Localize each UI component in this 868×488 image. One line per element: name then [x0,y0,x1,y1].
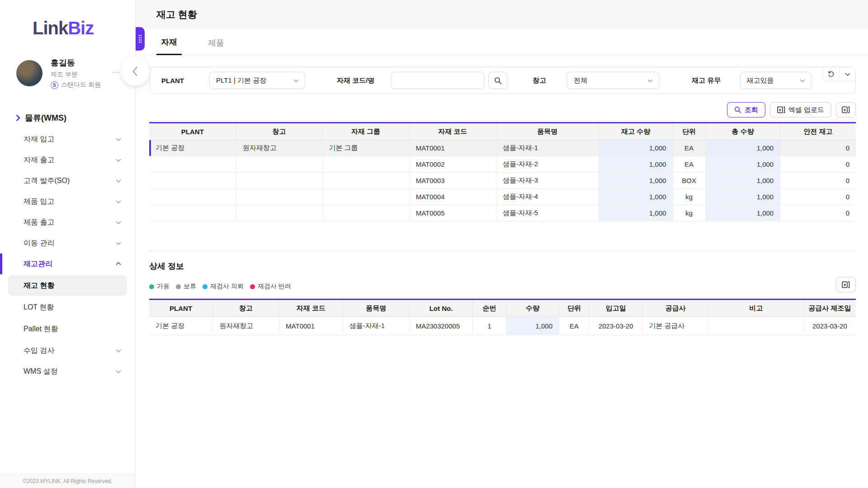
sidebar-item-material-out[interactable]: 자재 출고 [0,150,135,170]
tab-bar: 자재 제품 [136,29,868,55]
column-header[interactable]: 창고 [213,300,279,317]
sidebar-item-move-management[interactable]: 이동 관리 [0,233,135,253]
column-header[interactable]: 자재 코드 [279,300,343,317]
table-cell: MAT0001 [279,317,343,335]
sidebar-item-label: 재고관리 [24,259,52,269]
sidebar-subitem-pallet-status[interactable]: Pallet 현황 [8,319,127,339]
sidebar-item-label: 자재 출고 [24,155,54,165]
sidebar-menu: 물류(WMS) 자재 입고 자재 출고 고객 발주(SO) 제품 입고 제품 출… [0,107,135,382]
sidebar-item-product-in[interactable]: 제품 입고 [0,191,135,212]
sidebar-collapse-button[interactable] [121,57,150,86]
excel-download-button[interactable]: x [836,102,856,117]
table-cell [236,173,322,189]
sidebar-subitem-lot-status[interactable]: LOT 현황 [8,297,127,318]
table-row[interactable]: MAT0005샘플-자재-51,000kg1,0000 [149,205,856,221]
section-divider [149,250,856,251]
sidebar-item-import-inspection[interactable]: 수입 검사 [0,340,135,361]
table-cell: EA [673,140,705,156]
table-cell [322,189,409,205]
column-header[interactable]: 단위 [559,300,589,317]
drag-handle[interactable] [136,27,145,51]
sidebar-item-label: 수입 검사 [24,346,54,356]
column-header[interactable]: Lot No. [409,300,473,317]
svg-text:x: x [779,108,781,112]
warehouse-select[interactable]: 전체 [567,72,659,89]
legend-dot-icon [176,284,181,289]
sidebar-subitem-label: Pallet 현황 [24,324,58,334]
filter-collapse-button[interactable] [839,67,855,80]
sidebar-item-customer-order[interactable]: 고객 발주(SO) [0,170,135,191]
material-code-label: 자재 코드/명 [337,76,374,85]
table-cell: 1,000 [705,173,780,189]
detail-title: 상세 정보 [149,261,856,272]
sidebar-subitem-inventory-status[interactable]: 재고 현황 [8,275,127,296]
table-cell: 1,000 [599,205,673,221]
column-header[interactable]: 창고 [236,123,322,140]
column-header[interactable]: 총 수량 [705,123,780,140]
table-cell: EA [559,317,589,335]
legend-label: 재검사 의뢰 [210,282,244,291]
search-button[interactable]: 조회 [727,102,765,117]
excel-upload-label: 엑셀 업로드 [788,106,824,114]
material-search-button[interactable] [488,72,507,89]
svg-text:x: x [844,108,846,112]
tab-material[interactable]: 자재 [156,37,182,55]
column-header[interactable]: 품목명 [496,123,599,140]
table-cell: 기본 공급사 [642,317,709,335]
column-header[interactable]: 공급사 제조일 [803,300,856,317]
sidebar-item-label: 제품 입고 [24,197,54,206]
sidebar-item-material-in[interactable]: 자재 입고 [0,129,135,150]
column-header[interactable]: 비고 [709,300,803,317]
column-header[interactable]: 공급사 [642,300,709,317]
drag-dots-icon [138,34,142,43]
warehouse-select-value: 전체 [574,76,587,85]
table-cell: 1,000 [599,173,673,189]
tab-product[interactable]: 제품 [203,38,229,55]
column-header[interactable]: 단위 [673,123,705,140]
table-cell: 1 [473,317,506,335]
column-header[interactable]: 재고 수량 [599,123,673,140]
refresh-button[interactable] [823,67,839,80]
stock-exist-select[interactable]: 재고있음 [740,72,811,89]
table-row[interactable]: MAT0003샘플-자재-31,000BOX1,0000 [149,173,856,189]
plant-select[interactable]: PLT1 | 기본 공장 [209,72,305,89]
sidebar-section-wms[interactable]: 물류(WMS) [0,107,135,129]
chevron-down-icon [115,219,122,225]
table-row[interactable]: 기본 공장원자재창고MAT0001샘플-자재-1MA23032000511,00… [149,317,856,335]
detail-excel-download-button[interactable]: x [836,277,856,292]
table-cell [149,205,236,221]
column-header[interactable]: 자재 코드 [409,123,496,140]
table-cell: 1,000 [705,156,780,173]
sidebar: LinkBiz 홍길동 제조 부분 S 스탠다드 회원 ⋯ 물류(WMS) 자재… [0,0,136,488]
column-header[interactable]: 안전 재고 [780,123,856,140]
excel-upload-button[interactable]: x 엑셀 업로드 [770,102,831,117]
sidebar-item-wms-settings[interactable]: WMS 설정 [0,361,135,382]
sidebar-item-inventory-management[interactable]: 재고관리 [0,253,135,274]
table-cell [322,205,409,221]
profile-menu-icon[interactable]: ⋯ [112,67,121,77]
column-header[interactable]: 입고일 [590,300,642,317]
main-content: 재고 현황 자재 제품 PLANT PLT1 | 기본 공장 자재 코드/명 창… [136,0,868,488]
column-header[interactable]: 자재 그룹 [322,123,409,140]
column-header[interactable]: PLANT [149,123,236,140]
sidebar-item-product-out[interactable]: 제품 출고 [0,212,135,233]
table-row[interactable]: MAT0004샘플-자재-41,000kg1,0000 [149,189,856,205]
material-code-input[interactable] [391,72,485,89]
table-cell: MAT0003 [409,173,496,189]
chevron-down-icon [115,368,122,375]
table-cell: 1,000 [599,189,673,205]
sidebar-item-label: 이동 관리 [24,239,54,248]
chevron-down-icon [799,77,806,84]
status-legend: 가용보류재검사 의뢰재검사 반려 [149,282,856,291]
chevron-down-icon [647,77,653,84]
column-header[interactable]: 품목명 [343,300,409,317]
table-row[interactable]: 기본 공장원자재창고기본 그룹MAT0001샘플-자재-11,000EA1,00… [149,140,856,156]
table-cell [149,173,236,189]
table-row[interactable]: MAT0002샘플-자재-21,000EA1,0000 [149,156,856,173]
table-cell: kg [673,205,705,221]
table-cell [149,189,236,205]
column-header[interactable]: 수량 [506,300,559,317]
column-header[interactable]: PLANT [149,300,213,317]
chevron-down-icon [115,136,122,142]
column-header[interactable]: 순번 [473,300,506,317]
